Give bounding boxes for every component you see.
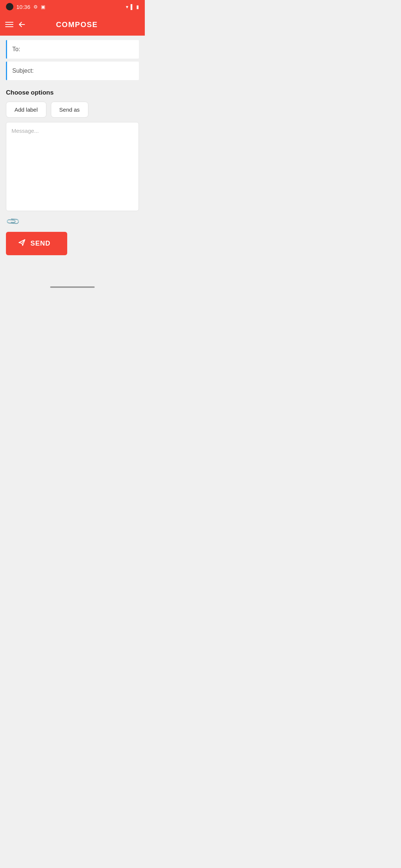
status-time: 10:36: [16, 4, 30, 10]
compose-content: Choose options Add label Send as 📎 SEND: [0, 36, 145, 260]
options-buttons: Add label Send as: [6, 102, 139, 118]
menu-icon[interactable]: [5, 22, 13, 27]
options-section: Choose options Add label Send as: [6, 89, 139, 118]
subject-field[interactable]: [6, 62, 139, 80]
toolbar: COMPOSE: [0, 13, 145, 36]
signal-icon: ▌: [131, 4, 134, 10]
attachment-icon[interactable]: 📎: [5, 214, 20, 229]
battery-icon: ▮: [136, 4, 139, 10]
sim-icon: ▣: [41, 4, 45, 10]
back-icon[interactable]: [18, 20, 26, 29]
send-button[interactable]: SEND: [6, 232, 67, 255]
to-field[interactable]: [6, 40, 139, 59]
options-title: Choose options: [6, 89, 139, 96]
status-left: 10:36 ⚙ ▣: [6, 3, 45, 10]
attachment-row: 📎: [6, 211, 139, 232]
bottom-indicator: [50, 286, 95, 288]
add-label-button[interactable]: Add label: [6, 102, 46, 118]
wifi-icon: ▾: [126, 4, 128, 10]
send-icon: [18, 239, 26, 249]
page-title: COMPOSE: [30, 20, 123, 29]
bottom-bar: [0, 282, 145, 292]
status-bar: 10:36 ⚙ ▣ ▾ ▌ ▮: [0, 0, 145, 13]
camera-dot: [6, 3, 13, 10]
send-as-button[interactable]: Send as: [51, 102, 88, 118]
send-button-label: SEND: [30, 240, 50, 247]
settings-icon: ⚙: [33, 4, 38, 10]
status-right: ▾ ▌ ▮: [126, 4, 139, 10]
message-field[interactable]: [6, 122, 139, 211]
